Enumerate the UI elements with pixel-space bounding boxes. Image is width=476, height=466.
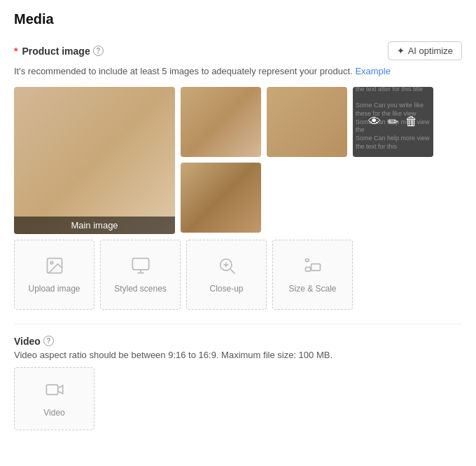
svg-rect-2 [132,258,148,269]
image-placeholder-4 [267,87,347,157]
image-placeholder-2 [181,87,261,157]
product-image-header: * Product image ? ✦ AI optimize [14,41,462,60]
image-cell-5[interactable]: Some Can you write like these for the li… [353,87,433,157]
image-5-overlay: 👁 ✏ 🗑 [353,87,433,157]
video-label-wrap: Video ? [14,336,462,347]
styled-scenes-label: Styled scenes [114,284,167,294]
image-cell-3[interactable] [181,163,261,233]
delete-icon[interactable]: 🗑 [405,114,418,129]
video-section: Video ? Video aspect ratio should be bet… [14,336,462,430]
image-right-col [181,87,261,234]
upload-row: Upload image Styled scenes [14,240,462,310]
product-image-description: It's recommended to include at least 5 i… [14,64,462,78]
closeup-label: Close-up [209,284,243,294]
image-placeholder-3 [181,163,261,233]
size-scale-cell[interactable]: Size & Scale [272,240,353,310]
video-upload-icon [45,380,64,404]
main-image-cell[interactable]: Main image [14,87,175,234]
closeup-cell[interactable]: Close-up [186,240,267,310]
product-image-label: * Product image ? [14,46,104,57]
required-star: * [14,46,18,57]
sparkle-icon: ✦ [397,46,405,56]
main-image-label: Main image [14,217,175,234]
upload-image-label: Upload image [28,284,80,294]
video-upload-label: Video [43,408,64,418]
image-cell-2[interactable] [181,87,261,157]
styled-scenes-icon [131,256,150,280]
styled-scenes-cell[interactable]: Styled scenes [100,240,181,310]
product-image-info-icon[interactable]: ? [93,46,104,56]
ai-optimize-button[interactable]: ✦ AI optimize [388,41,462,60]
image-grid: Main image Some Can you write [14,87,462,234]
product-image-section: * Product image ? ✦ AI optimize It's rec… [14,41,462,310]
svg-rect-12 [46,385,57,395]
svg-rect-10 [305,267,310,271]
image-cell-4[interactable] [267,87,347,157]
video-info-icon[interactable]: ? [43,336,54,346]
size-scale-label: Size & Scale [288,284,336,294]
divider [14,324,462,324]
ai-optimize-label: AI optimize [408,46,453,56]
image-top-row: Main image [14,87,261,234]
svg-rect-9 [311,263,320,270]
svg-rect-11 [305,259,309,261]
product-image-text: Product image [22,46,90,57]
image-bottom-row: Some Can you write like these for the li… [267,87,433,157]
svg-line-6 [230,269,234,273]
example-link[interactable]: Example [355,66,391,76]
size-scale-icon [303,256,323,280]
video-upload-cell[interactable]: Video [14,367,94,430]
video-description: Video aspect ratio should be between 9:1… [14,350,462,360]
page-title: Media [14,11,462,27]
svg-point-1 [50,261,53,264]
image-5-content: Some Can you write like these for the li… [353,87,433,157]
main-image-placeholder [14,87,175,234]
upload-image-cell[interactable]: Upload image [14,240,94,310]
view-icon[interactable]: 👁 [368,114,381,129]
edit-icon[interactable]: ✏ [388,114,398,130]
video-label-text: Video [14,336,41,347]
upload-image-icon [45,256,64,280]
closeup-icon [217,256,237,280]
